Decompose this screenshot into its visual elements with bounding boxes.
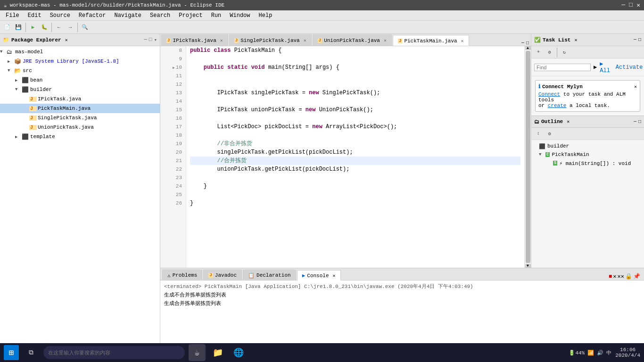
run-button[interactable]: ▶: [28, 22, 38, 33]
minimize-button[interactable]: ─: [622, 1, 626, 9]
task-list-close-icon[interactable]: ✕: [574, 37, 577, 43]
task-find-input[interactable]: [534, 64, 591, 71]
pe-menu-icon[interactable]: ▾: [154, 37, 157, 43]
tree-item-builder[interactable]: ▼ ⬛ builder: [0, 85, 160, 94]
search-icon[interactable]: 🔍: [80, 22, 90, 33]
task-refresh-button[interactable]: ↻: [559, 47, 570, 58]
tree-item-unionPickTask[interactable]: J UnionPickTask.java: [0, 123, 160, 132]
menu-refactor[interactable]: Refactor: [75, 11, 110, 20]
tab-javadoc[interactable]: J Javadoc: [203, 270, 242, 280]
outline-item-builder[interactable]: ⬛ builder: [531, 142, 644, 150]
java-file-icon: J: [29, 97, 37, 102]
toolbar-separator-2: [51, 23, 52, 32]
outline-header: 🗂 Outline ✕ ─ □: [531, 115, 644, 128]
task-filter-button[interactable]: ⚙: [545, 47, 555, 58]
console-close-icon[interactable]: ✕: [333, 273, 336, 279]
pe-maximize-icon[interactable]: □: [149, 37, 152, 43]
tab-problems[interactable]: ⚠ Problems: [162, 270, 202, 280]
outline-item-pickTaskMain[interactable]: ▼ C PickTaskMain: [531, 150, 644, 159]
tab-close-iPickTask[interactable]: ✕: [220, 38, 223, 43]
menu-file[interactable]: File: [2, 11, 23, 20]
outline-filter-button[interactable]: ⚙: [545, 129, 555, 139]
console-remove-icon[interactable]: ✕: [613, 273, 616, 280]
console-pin-icon[interactable]: 📌: [633, 273, 640, 280]
task-activate-link[interactable]: Activate...: [616, 64, 644, 71]
task-list-icon: ✅: [534, 37, 541, 43]
code-line-24: }: [190, 182, 520, 190]
connect-link[interactable]: Connect: [538, 91, 560, 97]
code-editor[interactable]: public class PickTaskMain { public stati…: [186, 46, 524, 268]
tab-unionPickTask[interactable]: J UnionPickTask.java ✕: [313, 34, 392, 46]
vertical-scrollbar[interactable]: ▲ ▼: [524, 46, 531, 268]
taskbar-search-input[interactable]: [43, 346, 185, 359]
tab-iPickTask[interactable]: J IPickTask.java ✕: [161, 34, 228, 46]
java-file-icon: J: [29, 115, 37, 121]
package-icon: ⬛: [22, 133, 29, 140]
menu-source[interactable]: Source: [46, 11, 74, 20]
outline-close-icon[interactable]: ✕: [567, 119, 570, 124]
editor-maximize-icon[interactable]: □: [526, 41, 529, 46]
maximize-button[interactable]: □: [629, 1, 633, 9]
forward-button[interactable]: →: [65, 22, 75, 33]
create-link[interactable]: create: [548, 103, 567, 108]
menu-help[interactable]: Help: [255, 11, 276, 20]
task-list-minimize-icon[interactable]: ─: [634, 37, 636, 42]
tree-item-bean[interactable]: ▶ ⬛ bean: [0, 75, 160, 85]
task-new-button[interactable]: +: [533, 47, 544, 58]
debug-button[interactable]: 🐛: [39, 22, 50, 33]
mylyn-close-icon[interactable]: ✕: [634, 84, 637, 90]
new-button[interactable]: 📄: [2, 22, 12, 33]
package-explorer: 📁 Package Explorer ✕ ─ □ ▾ ▼ 🗂 mas-model…: [0, 34, 160, 348]
console-icon: ▶: [302, 272, 305, 279]
tree-item-mas-model[interactable]: ▼ 🗂 mas-model: [0, 47, 160, 57]
start-button[interactable]: ⊞: [4, 345, 19, 360]
scroll-up-button[interactable]: ▲: [525, 46, 531, 50]
tab-console[interactable]: ▶ Console ✕: [297, 270, 341, 280]
tree-label-src: src: [23, 68, 32, 74]
taskbar-app-eclipse[interactable]: ☕: [189, 344, 206, 361]
tree-item-src[interactable]: ▼ 📂 src: [0, 66, 160, 75]
tab-close-pickTaskMain[interactable]: ✕: [461, 38, 464, 44]
taskbar-app-3[interactable]: 🌐: [230, 344, 247, 361]
package-explorer-close-icon[interactable]: ✕: [65, 37, 68, 43]
outline-minimize-icon[interactable]: ─: [634, 119, 636, 124]
menu-window[interactable]: Window: [226, 11, 254, 20]
menu-edit[interactable]: Edit: [24, 11, 45, 20]
outline-item-main-method[interactable]: S ⚡ main(String[]) : void: [531, 159, 644, 167]
code-line-17: List<PickDoc> pickDocList = new ArrayLis…: [190, 123, 520, 131]
console-terminate-icon[interactable]: ■: [609, 273, 612, 280]
task-list-maximize-icon[interactable]: □: [638, 37, 641, 42]
line-num-11: 11: [160, 72, 186, 80]
outline-maximize-icon[interactable]: □: [638, 119, 641, 124]
save-button[interactable]: 💾: [13, 22, 24, 33]
tree-item-iPickTask[interactable]: J IPickTask.java: [0, 94, 160, 104]
console-scroll-lock-icon[interactable]: 🔒: [625, 273, 632, 280]
tab-singlePickTask[interactable]: J SinglePickTask.java ✕: [229, 34, 312, 46]
chevron-down-icon: ▼: [15, 87, 22, 92]
tab-close-unionPickTask[interactable]: ✕: [384, 38, 387, 43]
taskbar-app-2[interactable]: 📁: [209, 344, 226, 361]
scroll-thumb[interactable]: [526, 51, 530, 263]
tree-item-pickTaskMain[interactable]: J PickTaskMain.java: [0, 104, 160, 113]
outline-sort-button[interactable]: ↕: [533, 129, 544, 139]
menu-navigate[interactable]: Navigate: [110, 11, 145, 20]
tab-close-singlePickTask[interactable]: ✕: [304, 38, 306, 43]
tree-item-singlePickTask[interactable]: J SinglePickTask.java: [0, 113, 160, 123]
menu-search[interactable]: Search: [146, 11, 174, 20]
taskbar: ⊞ ⧉ ☕ 📁 🌐 🔋44% 📶 🔊 中 16:06 2020/4/4: [0, 343, 644, 362]
close-button[interactable]: ✕: [636, 1, 640, 9]
tab-pickTaskMain[interactable]: J PickTaskMain.java ✕: [393, 35, 469, 46]
task-all-link[interactable]: ▶ All: [600, 60, 610, 74]
console-remove-all-icon[interactable]: ✕✕: [618, 273, 624, 280]
taskview-button[interactable]: ⧉: [23, 344, 40, 361]
project-icon: 🗂: [7, 49, 14, 56]
editor-minimize-icon[interactable]: ─: [521, 41, 524, 46]
tree-item-jre[interactable]: ▶ 📦 JRE System Library [JavaSE-1.8]: [0, 57, 160, 66]
pe-minimize-icon[interactable]: ─: [144, 37, 147, 43]
menu-run[interactable]: Run: [207, 11, 225, 20]
menu-project[interactable]: Project: [175, 11, 206, 20]
tree-item-template[interactable]: ▶ ⬛ template: [0, 132, 160, 141]
back-button[interactable]: ←: [54, 22, 64, 33]
tab-declaration[interactable]: 📋 Declaration: [243, 270, 296, 280]
scroll-down-button[interactable]: ▼: [525, 264, 531, 268]
